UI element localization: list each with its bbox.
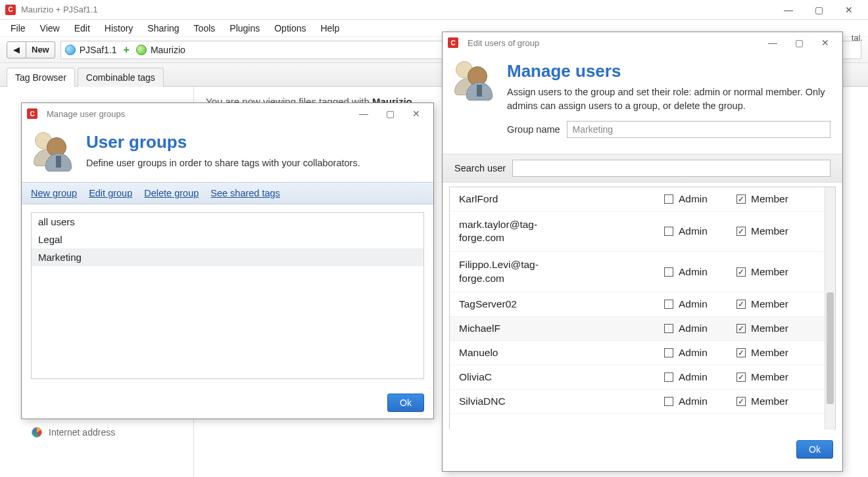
plus-icon[interactable]: + bbox=[124, 44, 130, 56]
user-row[interactable]: TagServer02AdminMember bbox=[450, 292, 825, 317]
new-group-link[interactable]: New group bbox=[31, 188, 77, 198]
new-button[interactable]: New bbox=[26, 41, 55, 58]
maximize-button[interactable]: ▢ bbox=[804, 0, 834, 20]
admin-checkbox[interactable] bbox=[664, 373, 673, 382]
close-button[interactable]: ✕ bbox=[403, 108, 429, 119]
groups-actionbar: New group Edit group Delete group See sh… bbox=[22, 182, 433, 204]
admin-checkbox[interactable] bbox=[664, 348, 673, 357]
groups-subtext: Define user groups in order to share tag… bbox=[86, 156, 360, 170]
users-dialog-titlebar[interactable]: C Edit users of group — ▢ ✕ bbox=[443, 32, 842, 53]
list-item[interactable]: Marketing bbox=[32, 248, 423, 266]
admin-label: Admin bbox=[679, 396, 708, 407]
maximize-button[interactable]: ▢ bbox=[786, 37, 812, 48]
menu-help[interactable]: Help bbox=[314, 21, 346, 35]
scrollbar[interactable] bbox=[825, 187, 835, 430]
ok-button[interactable]: Ok bbox=[387, 394, 424, 412]
minimize-button[interactable]: — bbox=[760, 37, 786, 48]
member-label: Member bbox=[751, 266, 788, 278]
member-checkbox[interactable] bbox=[736, 373, 746, 382]
breadcrumb-item-2[interactable]: Maurizio bbox=[151, 45, 185, 55]
user-list: KarlFordAdminMembermark.taylor@tag-forge… bbox=[449, 187, 836, 430]
tag-icon bbox=[136, 45, 147, 55]
tab-combinable-tags[interactable]: Combinable tags bbox=[78, 68, 164, 87]
user-name: KarlFord bbox=[459, 193, 664, 206]
delete-group-link[interactable]: Delete group bbox=[144, 188, 199, 198]
user-row[interactable]: MichaelFAdminMember bbox=[450, 317, 825, 341]
member-label: Member bbox=[751, 193, 788, 205]
list-item[interactable]: all users bbox=[32, 213, 423, 231]
search-user-input[interactable] bbox=[512, 160, 831, 177]
minimize-button[interactable]: — bbox=[773, 0, 804, 20]
admin-checkbox[interactable] bbox=[664, 324, 673, 333]
member-checkbox[interactable] bbox=[736, 300, 746, 309]
member-label: Member bbox=[751, 323, 788, 334]
scrollbar-thumb[interactable] bbox=[827, 292, 834, 404]
member-label: Member bbox=[751, 225, 788, 237]
user-row[interactable]: SilviaDNCAdminMember bbox=[450, 390, 825, 414]
admin-label: Admin bbox=[679, 371, 708, 383]
menu-view[interactable]: View bbox=[34, 21, 66, 35]
back-button[interactable]: ◀ bbox=[7, 41, 26, 58]
users-heading: Manage users bbox=[507, 61, 831, 81]
admin-label: Admin bbox=[679, 225, 708, 237]
window-title: Maurizio + PJSaf1.1 bbox=[21, 5, 773, 14]
menu-sharing[interactable]: Sharing bbox=[141, 21, 185, 35]
list-item[interactable]: Legal bbox=[32, 231, 423, 248]
user-row[interactable]: ManueloAdminMember bbox=[450, 341, 825, 365]
menu-edit[interactable]: Edit bbox=[68, 21, 97, 35]
admin-checkbox[interactable] bbox=[664, 227, 673, 236]
users-subtext: Assign users to the group and set their … bbox=[507, 85, 831, 113]
user-row[interactable]: mark.taylor@tag-forge.comAdminMember bbox=[450, 212, 825, 252]
ok-button[interactable]: Ok bbox=[796, 440, 833, 459]
user-row[interactable]: OliviaCAdminMember bbox=[450, 365, 825, 390]
truncated-text: tal. bbox=[852, 33, 863, 43]
member-checkbox[interactable] bbox=[736, 348, 746, 357]
minimize-button[interactable]: — bbox=[350, 108, 377, 119]
member-checkbox[interactable] bbox=[736, 397, 746, 406]
member-checkbox[interactable] bbox=[736, 267, 746, 277]
menu-options[interactable]: Options bbox=[268, 21, 312, 35]
group-name-input[interactable] bbox=[567, 121, 831, 138]
users-dialog-title: Edit users of group bbox=[468, 38, 760, 48]
admin-checkbox[interactable] bbox=[664, 267, 673, 277]
people-icon bbox=[454, 60, 496, 102]
user-row[interactable]: KarlFordAdminMember bbox=[450, 187, 825, 212]
app-icon: C bbox=[448, 37, 458, 48]
menu-tools[interactable]: Tools bbox=[187, 21, 222, 35]
app-icon: C bbox=[27, 108, 37, 119]
admin-label: Admin bbox=[679, 347, 708, 359]
member-checkbox[interactable] bbox=[736, 324, 746, 333]
groups-heading: User groups bbox=[86, 132, 360, 152]
groups-list[interactable]: all users Legal Marketing bbox=[31, 212, 424, 379]
admin-checkbox[interactable] bbox=[664, 300, 673, 309]
main-titlebar: C Maurizio + PJSaf1.1 — ▢ ✕ bbox=[0, 0, 868, 20]
people-icon bbox=[34, 131, 76, 173]
groups-dialog-titlebar[interactable]: C Manage user groups — ▢ ✕ bbox=[22, 103, 433, 124]
users-dialog: C Edit users of group — ▢ ✕ Manage users… bbox=[442, 32, 843, 472]
see-shared-tags-link[interactable]: See shared tags bbox=[210, 188, 280, 198]
member-checkbox[interactable] bbox=[736, 227, 746, 236]
user-name: OliviaC bbox=[459, 371, 664, 384]
admin-label: Admin bbox=[679, 323, 708, 334]
user-name: SilviaDNC bbox=[459, 395, 664, 408]
user-name: MichaelF bbox=[459, 322, 664, 335]
menu-history[interactable]: History bbox=[98, 21, 140, 35]
admin-label: Admin bbox=[679, 266, 708, 278]
search-row: Search user bbox=[443, 154, 842, 183]
close-button[interactable]: ✕ bbox=[812, 37, 838, 48]
search-user-label: Search user bbox=[454, 163, 506, 173]
menu-plugins[interactable]: Plugins bbox=[223, 21, 266, 35]
app-icon: C bbox=[5, 5, 16, 15]
internet-address-row[interactable]: Internet address bbox=[32, 427, 115, 438]
maximize-button[interactable]: ▢ bbox=[377, 108, 403, 119]
menu-file[interactable]: File bbox=[4, 21, 32, 35]
tab-tag-browser[interactable]: Tag Browser bbox=[7, 68, 75, 87]
member-label: Member bbox=[751, 298, 788, 310]
close-button[interactable]: ✕ bbox=[834, 0, 864, 20]
edit-group-link[interactable]: Edit group bbox=[89, 188, 132, 198]
member-checkbox[interactable] bbox=[736, 194, 746, 204]
user-row[interactable]: Filippo.Levi@tag-forge.comAdminMember bbox=[450, 252, 825, 292]
admin-checkbox[interactable] bbox=[664, 194, 673, 204]
admin-checkbox[interactable] bbox=[664, 397, 673, 406]
breadcrumb-item-1[interactable]: PJSaf1.1 bbox=[80, 45, 117, 55]
